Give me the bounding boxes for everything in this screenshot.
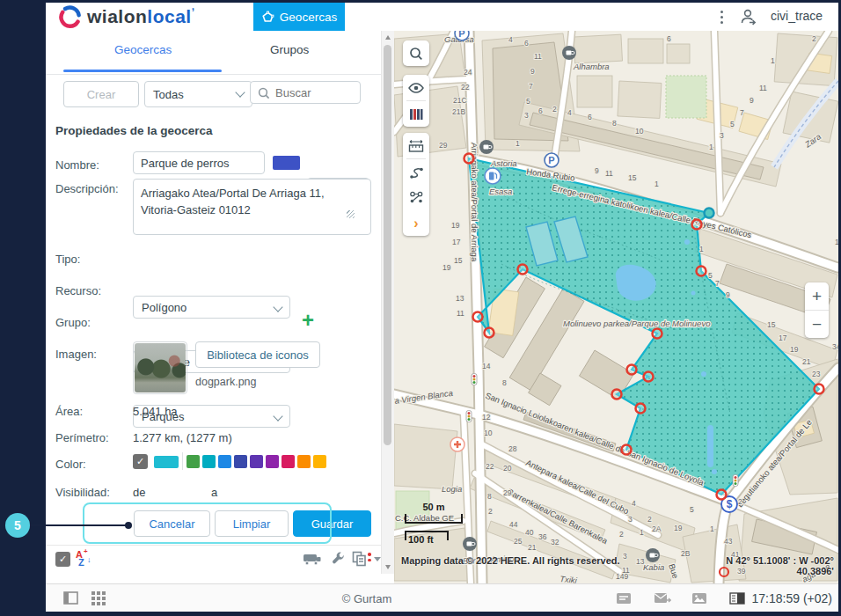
type-select[interactable]: Polígono <box>133 296 290 319</box>
collapse-caret-icon[interactable] <box>374 557 381 561</box>
image-icon[interactable] <box>691 592 707 605</box>
visibility-eye-button[interactable] <box>403 75 429 100</box>
map-tool-controls: › <box>403 133 429 236</box>
name-input[interactable] <box>133 151 265 174</box>
svg-text:P: P <box>548 155 554 165</box>
coffee-icon <box>463 537 477 551</box>
cancel-button[interactable]: Cancelar <box>134 510 210 537</box>
mail-icon[interactable] <box>654 592 671 605</box>
ruler-button[interactable] <box>403 133 429 158</box>
tab-geocercas[interactable]: Geocercas <box>114 43 172 56</box>
split-panel-icon[interactable] <box>729 592 745 605</box>
house-number: 1 <box>709 143 713 151</box>
house-number: 9 <box>750 96 754 105</box>
copy-icon[interactable] <box>352 551 367 567</box>
polygon-vertex[interactable] <box>612 390 622 400</box>
house-number: 9 <box>595 166 599 175</box>
save-button[interactable]: Guardar <box>293 510 371 537</box>
notes-icon[interactable] <box>616 592 632 605</box>
house-number: 25 <box>514 537 523 546</box>
house-number: 8 <box>502 378 507 387</box>
palette-color[interactable] <box>234 455 247 468</box>
perimeter-value: 1.277 km, (1277 m) <box>133 431 232 444</box>
coffee-icon <box>646 548 660 562</box>
resize-handle[interactable] <box>347 210 355 218</box>
polygon-vertex[interactable] <box>636 404 646 414</box>
route-button[interactable] <box>403 159 429 185</box>
polygon-vertex[interactable] <box>518 265 528 275</box>
type-label: Tipo: <box>55 253 80 266</box>
filter-select[interactable]: Todas <box>144 81 252 107</box>
polygon-vertex[interactable] <box>622 445 632 455</box>
palette-color[interactable] <box>266 455 279 468</box>
map-search-control <box>403 40 429 66</box>
scale-feet: 100 ft <box>408 534 434 545</box>
apps-grid-icon[interactable] <box>91 591 106 605</box>
select-all-checkbox[interactable]: ✓ <box>55 552 70 567</box>
expand-chevron-button[interactable]: › <box>403 210 429 236</box>
wrench-icon[interactable] <box>330 551 346 567</box>
polygon-vertex[interactable] <box>627 365 637 375</box>
house-number: 43 <box>724 537 733 546</box>
user-icon[interactable] <box>739 8 758 26</box>
polygon-vertex[interactable] <box>473 312 483 322</box>
username[interactable]: civi_trace <box>771 9 823 23</box>
house-number: 12 <box>482 413 491 422</box>
map-coordinates: N 42° 51.1008' : W -002° 40.3896' <box>697 555 834 576</box>
park-photo <box>135 343 186 392</box>
selected-color-swatch[interactable] <box>154 456 179 468</box>
geofences-app-tab[interactable]: Geocercas <box>253 3 345 31</box>
house-number: 4 <box>632 499 636 508</box>
map-search-button[interactable] <box>403 40 429 66</box>
house-number: 21C <box>453 96 467 105</box>
wialon-logo: wialonlocalʼ <box>58 4 195 29</box>
sort-az-icon[interactable]: A+ Z↓ <box>76 549 95 568</box>
polygon-vertex[interactable] <box>717 490 727 500</box>
palette-color[interactable] <box>250 455 263 468</box>
icon-library-button[interactable]: Biblioteca de iconos <box>195 341 320 368</box>
house-number: 15 <box>767 320 776 329</box>
house-number: 20 <box>503 464 512 473</box>
polygon-vertex-active[interactable] <box>705 209 714 218</box>
add-group-icon[interactable]: + <box>302 308 314 333</box>
description-textarea[interactable]: Arriagako Atea/Portal De Arriaga 11, Vit… <box>133 179 371 235</box>
house-number: 5 <box>526 97 530 106</box>
house-number: 3 <box>628 515 633 524</box>
palette-color[interactable] <box>218 455 231 468</box>
palette-color[interactable] <box>202 455 216 468</box>
palette-color[interactable] <box>186 455 200 468</box>
polygon-vertex[interactable] <box>653 329 662 339</box>
palette-color[interactable] <box>297 455 311 468</box>
house-number: 15 <box>454 256 463 265</box>
more-red-dots-icon[interactable] <box>368 553 371 561</box>
more-menu-icon[interactable] <box>714 8 728 26</box>
panel-layout-icon[interactable] <box>63 591 78 605</box>
palette-color[interactable] <box>313 455 326 468</box>
units-icon[interactable] <box>303 552 322 567</box>
polygon-vertex[interactable] <box>697 267 706 276</box>
house-number: 17 <box>779 334 787 342</box>
zoom-in-button[interactable]: + <box>805 282 829 310</box>
polygon-vertex[interactable] <box>644 372 654 382</box>
vscroll-thumb[interactable] <box>384 45 391 445</box>
color-checkbox[interactable]: ✓ <box>133 454 148 469</box>
vertical-scrollbar[interactable] <box>381 31 394 574</box>
map-canvas[interactable]: GatorsaAlhambraAstoriaEsasaHonda RubioEr… <box>394 31 838 583</box>
palette-color[interactable] <box>282 455 295 468</box>
house-number: 1 <box>699 245 704 253</box>
house-number: 6 <box>667 34 671 43</box>
polygon-vertex[interactable] <box>485 328 494 338</box>
polygon-vertex[interactable] <box>464 154 474 164</box>
zoom-out-button[interactable]: − <box>805 311 829 338</box>
polygon-vertex[interactable] <box>692 220 702 230</box>
clear-button[interactable]: Limpiar <box>215 510 289 537</box>
chevron-down-icon <box>235 87 245 97</box>
tab-grupos[interactable]: Grupos <box>270 43 309 56</box>
polygon-vertex[interactable] <box>815 385 824 394</box>
nodes-button[interactable] <box>403 185 429 210</box>
create-button[interactable]: Crear <box>63 81 139 107</box>
geofence-image-thumbnail[interactable] <box>133 341 187 394</box>
name-color-swatch[interactable] <box>273 156 300 170</box>
layers-button[interactable] <box>403 101 429 127</box>
search-box[interactable] <box>250 81 362 106</box>
